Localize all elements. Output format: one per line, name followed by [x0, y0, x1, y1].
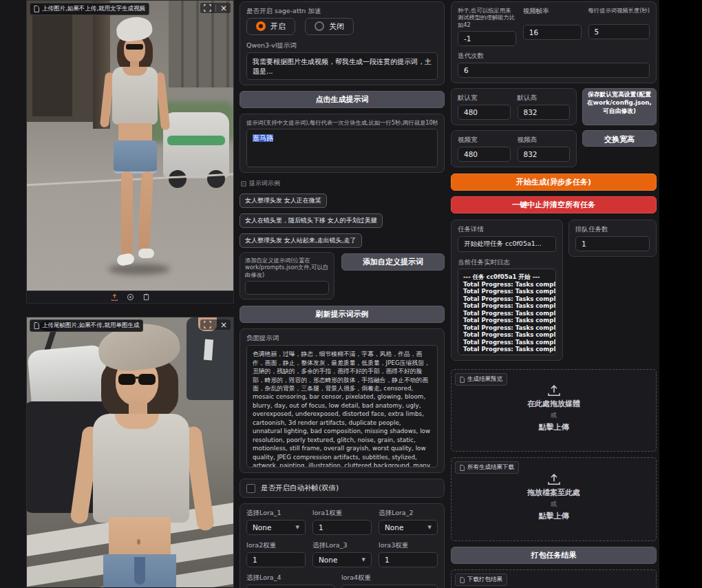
dropzone-click-text[interactable]: 點擊上傳: [539, 512, 569, 522]
fps-input[interactable]: 16: [523, 25, 582, 40]
task-detail-panel: 任务详情 开始处理任务 cc0f05a1... 当前任务实时日志 --- 任务 …: [451, 220, 563, 361]
accordion-icon[interactable]: [241, 181, 246, 187]
package-results-button[interactable]: 打包任务结果: [451, 547, 657, 564]
lora4-weight-field: lora4权重 1: [341, 574, 438, 588]
default-size-row: 默认宽 480 默认高 832 保存默认宽高设置(配置在work/config.…: [451, 88, 657, 125]
image2-label-chip: 上传尾帧图片,如果不传,就用单图生成: [30, 319, 143, 332]
scene-shape: [134, 377, 140, 379]
example-chips: 女人整理头发 女人正在微笑女人在镜头里，随后镜头下移 女人的手划过美腿女人整理头…: [240, 192, 445, 252]
task-detail-input[interactable]: 开始处理任务 cc0f05a1...: [458, 236, 556, 252]
task-log-box[interactable]: --- 任务 cc0f05a1 开始 --- Total Progress: T…: [458, 269, 556, 355]
log-line: Total Progress: Tasks completed 9/29: [463, 339, 551, 346]
last-frame-photo[interactable]: [27, 317, 233, 587]
lora4-select[interactable]: None▼: [246, 585, 334, 588]
generate-prompt-button[interactable]: 点击生成提示词: [240, 91, 445, 108]
save-default-size-button[interactable]: 保存默认宽高设置(配置在work/config.json,可自由修改): [582, 88, 657, 125]
video-height-field: 视频高 832: [518, 136, 571, 162]
fullscreen-icon[interactable]: [204, 4, 211, 12]
lora3-weight-input[interactable]: 1: [379, 552, 438, 567]
seed-label: 种子,也可以指定用来测试模型的理解能力比如42: [458, 7, 516, 28]
lora2-value: None: [385, 523, 403, 532]
default-width-input[interactable]: 480: [458, 105, 511, 120]
lora1-weight-input[interactable]: 1: [312, 520, 372, 535]
dropzone-or: 或: [551, 501, 557, 510]
video-width-field: 视频宽 480: [458, 136, 511, 162]
lora2-select[interactable]: None▼: [379, 520, 438, 535]
seconds-label: 每行提示词视频长度(秒): [588, 7, 650, 14]
lora2-field: 选择Lora_2 None▼: [379, 509, 438, 535]
task-status-row: 任务详情 开始处理任务 cc0f05a1... 当前任务实时日志 --- 任务 …: [451, 220, 657, 361]
lora2-weight-label: lora2权重: [246, 541, 306, 549]
iterations-label: 迭代次数: [458, 52, 650, 60]
scene-shape: [137, 539, 140, 545]
swap-size-button[interactable]: 交换宽高: [582, 130, 657, 147]
fps-field: 视频帧率 16: [523, 7, 582, 46]
custom-prompt-input[interactable]: [245, 281, 329, 295]
package-download-area[interactable]: 下载打包结果: [451, 569, 657, 588]
dropzone-click-text[interactable]: 點擊上傳: [539, 423, 569, 433]
example-chip[interactable]: 女人在镜头里，随后镜头下移 女人的手划过美腿: [240, 213, 383, 228]
interp-checkbox[interactable]: [246, 484, 255, 493]
scene-shape: [169, 170, 187, 188]
default-size-panel: 默认宽 480 默认高 832: [451, 88, 577, 125]
sage-on-radio[interactable]: 开启: [246, 18, 295, 35]
all-results-badge: 所有生成结果下载: [455, 461, 519, 474]
lora3-select[interactable]: None▼: [312, 552, 372, 567]
negative-prompt-label: 负面提示词: [246, 334, 438, 342]
lora2-weight-input[interactable]: 1: [246, 552, 306, 567]
example-chip[interactable]: 女人整理头发 女人站起来,走出镜头,走了: [240, 233, 362, 248]
default-height-label: 默认高: [518, 94, 571, 102]
iterations-input[interactable]: 6: [458, 63, 650, 78]
video-width-input[interactable]: 480: [458, 147, 511, 162]
seconds-input[interactable]: 5: [588, 24, 650, 39]
result-preview-dropzone[interactable]: 生成结果预览 在此處拖放媒體 或 點擊上傳: [451, 369, 657, 452]
video-height-input[interactable]: 832: [518, 147, 571, 162]
log-line: Total Progress: Tasks completed 6/29: [463, 317, 551, 324]
clipboard-icon[interactable]: [142, 293, 150, 301]
fullscreen-icon[interactable]: [204, 321, 211, 328]
scene-shape: [138, 374, 156, 385]
video-size-row: 视频宽 480 视频高 832 交换宽高: [451, 130, 657, 167]
prompt-textarea[interactable]: 逛马路: [246, 129, 438, 167]
qwen-prompt-textarea[interactable]: 我需要根据图片生成视频，帮我生成一段连贯的提示词，主题是...: [246, 52, 438, 80]
lora4-weight-input[interactable]: 1: [341, 585, 438, 588]
upload-icon: [547, 474, 561, 486]
sage-on-label: 开启: [270, 21, 286, 32]
middle-column: 是否开启 sage-attn 加速 开启 关闭 Qwen3-vl提示词 我需要根…: [240, 1, 445, 588]
close-icon[interactable]: ×: [220, 5, 227, 12]
image1-label: 上传图片,如果不上传,就用文字生成视频: [42, 5, 145, 13]
default-height-field: 默认高 832: [518, 94, 571, 120]
default-width-label: 默认宽: [458, 94, 511, 102]
right-column: 种子,也可以指定用来测试模型的理解能力比如42 -1 视频帧率 16 每行提示词…: [451, 1, 657, 588]
example-chip[interactable]: 女人整理头发 女人正在微笑: [240, 193, 327, 208]
seconds-field: 每行提示词视频长度(秒) 5: [588, 7, 650, 46]
lora1-label: 选择Lora_1: [246, 509, 306, 517]
last-frame-image-panel: 上传尾帧图片,如果不传,就用单图生成 ×: [26, 317, 234, 588]
lora1-select[interactable]: None▼: [246, 520, 306, 535]
close-icon[interactable]: ×: [220, 322, 227, 328]
fps-label: 视频帧率: [523, 7, 582, 15]
queue-count-input[interactable]: 1: [575, 236, 650, 251]
first-frame-photo[interactable]: [27, 1, 233, 292]
scene-shape: [163, 112, 229, 178]
image2-header: 上传尾帧图片,如果不传,就用单图生成 ×: [27, 317, 233, 334]
start-generation-button[interactable]: 开始生成(异步多任务): [451, 174, 657, 191]
video-width-label: 视频宽: [458, 136, 511, 144]
prompt-panel: 提示词(支持中文提示词),每行代表一次分块生成,比如一行5秒,两行就是10秒，以…: [240, 114, 445, 173]
webcam-icon[interactable]: [127, 293, 134, 301]
abort-clear-button[interactable]: 一键中止并清空所有任务: [451, 196, 657, 213]
negative-prompt-textarea[interactable]: 色调艳丽，过曝，静态，细节模糊不清，字幕，风格，作品，画作，画面，静止，整体发灰…: [246, 345, 438, 468]
default-height-input[interactable]: 832: [518, 105, 571, 120]
image2-label: 上传尾帧图片,如果不传,就用单图生成: [42, 322, 139, 330]
refresh-examples-button[interactable]: 刷新提示词示例: [240, 306, 445, 323]
upload-icon[interactable]: [111, 293, 118, 301]
qwen-prompt-label: Qwen3-vl提示词: [246, 41, 438, 50]
chevron-down-icon: ▼: [296, 525, 299, 530]
seed-input[interactable]: -1: [458, 31, 516, 46]
lora3-label: 选择Lora_3: [312, 541, 372, 549]
all-results-download-dropzone[interactable]: 所有生成结果下载 拖放檔案至此處 或 點擊上傳: [451, 457, 657, 541]
sage-off-radio[interactable]: 关闭: [305, 18, 354, 35]
log-line: --- 任务 cc0f05a1 开始 ---: [463, 273, 551, 280]
scene-shape: [121, 171, 133, 257]
add-custom-prompt-button[interactable]: 添加自定义提示词: [341, 253, 445, 271]
